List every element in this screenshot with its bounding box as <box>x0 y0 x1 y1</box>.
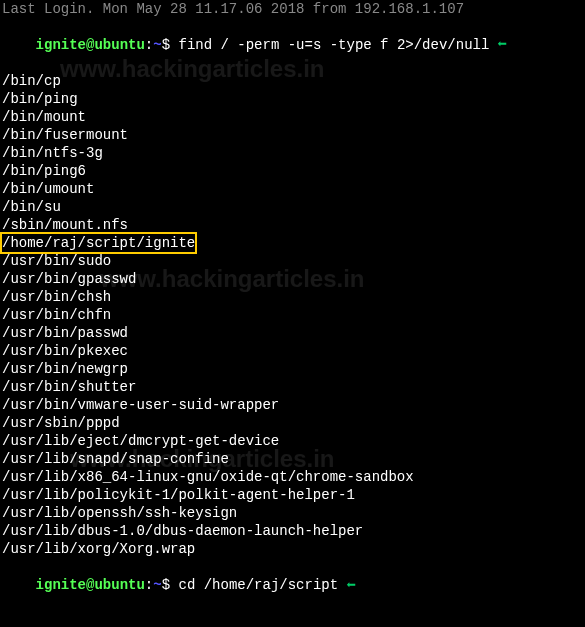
find-output-line: /bin/umount <box>2 180 583 198</box>
suid-path-text: /home/raj/script/ignite <box>2 235 195 251</box>
prompt-path: ~ <box>153 577 161 593</box>
find-output-line: /bin/su <box>2 198 583 216</box>
find-output-line: /usr/bin/chfn <box>2 306 583 324</box>
find-output-line: /usr/bin/pkexec <box>2 342 583 360</box>
find-output-line: /usr/lib/x86_64-linux-gnu/oxide-qt/chrom… <box>2 468 583 486</box>
find-output-line: /usr/sbin/pppd <box>2 414 583 432</box>
command-text: cd /home/raj/script <box>178 577 338 593</box>
terminal[interactable]: Last Login. Mon May 28 11.17.06 2018 fro… <box>0 0 585 627</box>
last-login-line: Last Login. Mon May 28 11.17.06 2018 fro… <box>2 0 583 18</box>
find-output-line: /usr/lib/dbus-1.0/dbus-daemon-launch-hel… <box>2 522 583 540</box>
prompt-colon: : <box>145 577 153 593</box>
prompt-host: ubuntu <box>94 37 144 53</box>
find-output-line: /usr/lib/xorg/Xorg.wrap <box>2 540 583 558</box>
highlight-box: /home/raj/script/ignite <box>2 234 195 252</box>
arrow-icon: ⬅ <box>497 36 507 54</box>
find-output-line: /usr/lib/openssh/ssh-keysign <box>2 504 583 522</box>
prompt-user: ignite <box>36 37 86 53</box>
find-output-line: /bin/ping <box>2 90 583 108</box>
prompt-path: ~ <box>153 37 161 53</box>
find-output-line: /usr/bin/newgrp <box>2 360 583 378</box>
find-output-line: /usr/lib/eject/dmcrypt-get-device <box>2 432 583 450</box>
prompt-dollar: $ <box>162 37 179 53</box>
find-output-line: /bin/cp <box>2 72 583 90</box>
find-output-line: /usr/bin/sudo <box>2 252 583 270</box>
find-output-line: /bin/fusermount <box>2 126 583 144</box>
find-output-line: /bin/mount <box>2 108 583 126</box>
prompt-user: ignite <box>36 577 86 593</box>
command-text: find / -perm -u=s -type f 2>/dev/null <box>178 37 489 53</box>
find-output-line: /usr/bin/gpasswd <box>2 270 583 288</box>
prompt-line-2: ignite@ubuntu:~$ cd /home/raj/script⬅ <box>2 558 583 612</box>
highlighted-suid-path: /home/raj/script/ignite <box>2 234 583 252</box>
find-output-line: /usr/bin/passwd <box>2 324 583 342</box>
find-output-line: /bin/ntfs-3g <box>2 144 583 162</box>
prompt-colon: : <box>145 37 153 53</box>
find-output-line: /usr/bin/shutter <box>2 378 583 396</box>
find-output-line: /usr/lib/policykit-1/polkit-agent-helper… <box>2 486 583 504</box>
find-output-line: /sbin/mount.nfs <box>2 216 583 234</box>
prompt-host: ubuntu <box>94 577 144 593</box>
find-output-line: /usr/lib/snapd/snap-confine <box>2 450 583 468</box>
arrow-icon: ⬅ <box>346 577 356 595</box>
prompt-dollar: $ <box>162 577 179 593</box>
find-output-line: /usr/bin/chsh <box>2 288 583 306</box>
prompt-line-3: ignite@ubuntu:/home/raj/script$ ls⬅ <box>2 613 583 627</box>
prompt-line-1: ignite@ubuntu:~$ find / -perm -u=s -type… <box>2 18 583 72</box>
find-output-line: /bin/ping6 <box>2 162 583 180</box>
find-output-line: /usr/bin/vmware-user-suid-wrapper <box>2 396 583 414</box>
